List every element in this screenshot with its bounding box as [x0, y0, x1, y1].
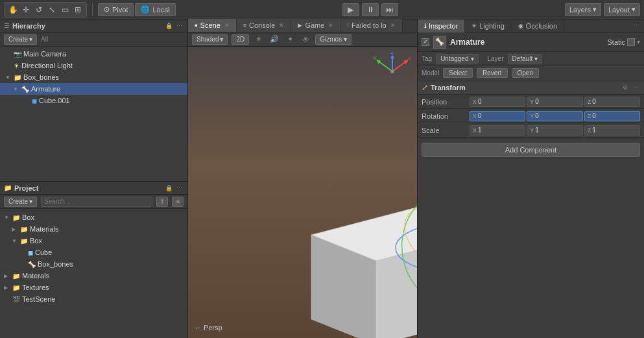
model-revert-button[interactable]: Revert	[477, 68, 507, 78]
occlusion-tab-label: Occlusion	[526, 22, 557, 30]
step-button[interactable]: ⏭	[381, 3, 398, 16]
position-x-field[interactable]: X 0	[470, 97, 525, 107]
transform-scale-row: Scale X 1 Y 1 Z 1	[418, 123, 644, 138]
scene-light-icon[interactable]: ☀	[253, 34, 265, 45]
rotation-x-field[interactable]: X 0	[470, 111, 525, 121]
project-item-cube[interactable]: ◼ Cube	[0, 247, 187, 258]
layer-chevron-icon: ▾	[534, 55, 538, 62]
inspector-transform-section: ⤢ Transform ⚙ ⋯ Position X 0	[418, 80, 644, 138]
hierarchy-panel: Create ▾ All 📷 Main Camera ☀ Directional…	[0, 32, 187, 182]
position-y-field[interactable]: Y 0	[527, 97, 582, 107]
scene-tab-close[interactable]: ✕	[224, 22, 230, 29]
local-button[interactable]: 🌐 Local	[135, 3, 175, 16]
pivot-button[interactable]: ⊙ Pivot	[98, 3, 134, 16]
2d-label: 2D	[236, 36, 244, 43]
model-select-button[interactable]: Select	[443, 68, 473, 78]
persp-label[interactable]: ← Persp	[195, 324, 222, 332]
model-open-button[interactable]: Open	[512, 68, 539, 78]
tab-console[interactable]: ≡ Console ✕	[237, 19, 292, 32]
svg-text:Z: Z	[391, 52, 394, 55]
scale-x-field[interactable]: X 1	[470, 125, 525, 136]
move-icon[interactable]: ✛	[20, 4, 32, 16]
scale-x-value: 1	[478, 127, 522, 134]
project-item-box-bones[interactable]: 🦴 Box_bones	[0, 258, 187, 270]
tag-dropdown[interactable]: Untagged ▾	[436, 54, 478, 64]
scale-z-field[interactable]: Z 1	[584, 125, 640, 136]
box-bones-file-icon: 🦴	[28, 261, 36, 268]
tab-occlusion[interactable]: ◉ Occlusion	[512, 19, 564, 32]
failed-tab-close[interactable]: ✕	[390, 22, 396, 29]
hierarchy-item-box-bones[interactable]: ▼ 📁 Box_bones	[0, 71, 187, 83]
scene-hidden-icon[interactable]: 👁	[300, 34, 311, 45]
scene-fx-icon[interactable]: ✦	[284, 34, 296, 45]
position-label: Position	[422, 98, 467, 106]
layers-button[interactable]: Layers ▾	[565, 3, 601, 16]
scale-xyz-group: X 1 Y 1 Z 1	[470, 125, 640, 136]
2d-button[interactable]: 2D	[232, 34, 249, 45]
project-lock-icon[interactable]: 🔒	[164, 184, 173, 193]
gizmos-button[interactable]: Gizmos ▾	[315, 34, 352, 45]
inspector-active-checkbox[interactable]: ✓	[422, 38, 429, 46]
console-tab-close[interactable]: ✕	[279, 22, 284, 29]
svg-text:X: X	[408, 56, 412, 62]
scale-icon[interactable]: ⤡	[46, 4, 58, 16]
hierarchy-lock-icon[interactable]: 🔒	[164, 21, 173, 30]
project-item-box-inner[interactable]: ▼ 📁 Box	[0, 235, 187, 247]
hierarchy-item-cube001[interactable]: ◼ Cube.001	[0, 95, 187, 106]
rotate-icon[interactable]: ↺	[33, 4, 45, 16]
game-tab-close[interactable]: ✕	[328, 22, 333, 29]
position-z-field[interactable]: Z 0	[584, 97, 640, 107]
project-item-textures[interactable]: ▶ 📁 Textures	[0, 282, 187, 293]
project-action-icons: 🔒 ⋯	[164, 184, 184, 193]
tab-lighting[interactable]: ☀ Lighting	[465, 19, 512, 32]
hierarchy-create-label: Create	[8, 36, 28, 43]
project-icon-btn-1[interactable]: ⬆	[156, 197, 168, 207]
left-panel: ☰ Hierarchy 🔒 ⋯ Create ▾ All 📷	[0, 19, 188, 338]
rect-icon[interactable]: ▭	[59, 4, 71, 16]
project-search-input[interactable]	[41, 197, 152, 207]
transform-dots-icon[interactable]: ⋯	[631, 83, 640, 92]
inspector-content: ✓ 🦴 Armature Static ▾ Tag Untagged ▾ Lay…	[418, 32, 644, 338]
tab-failed[interactable]: ! Failed to lo ✕	[340, 19, 402, 32]
hierarchy-item-main-camera[interactable]: 📷 Main Camera	[0, 48, 187, 60]
hand-icon[interactable]: ✋	[7, 4, 19, 16]
scene-audio-icon[interactable]: 🔊	[268, 34, 280, 45]
scale-y-field[interactable]: Y 1	[527, 125, 582, 136]
project-item-materials[interactable]: ▶ 📁 Materials	[0, 223, 187, 235]
toolbar-hand-group[interactable]: ✋ ✛ ↺ ⤡ ▭ ⊞	[4, 2, 87, 18]
project-icon-btn-2[interactable]: ★	[172, 197, 184, 207]
pause-button[interactable]: ⏸	[362, 3, 379, 16]
project-menu-icon[interactable]: ⋯	[174, 184, 184, 193]
scene-view[interactable]: Z X Y ← Persp	[188, 47, 417, 338]
hierarchy-menu-icon[interactable]: ⋯	[174, 21, 184, 30]
project-item-materals[interactable]: ▶ 📁 Materals	[0, 270, 187, 282]
project-create-button[interactable]: Create ▾	[4, 197, 37, 207]
add-component-button[interactable]: Add Component	[422, 143, 640, 157]
project-item-box[interactable]: ▼ 📁 Box	[0, 211, 187, 223]
tab-scene[interactable]: ♦ Scene ✕	[188, 19, 237, 32]
static-checkbox[interactable]	[627, 38, 635, 46]
hierarchy-item-armature[interactable]: ▼ 🦴 Armature	[0, 83, 187, 95]
layer-dropdown[interactable]: Default ▾	[508, 54, 543, 64]
pos-y-value: 0	[535, 98, 579, 105]
project-icon: 📁	[4, 184, 12, 191]
transform-icon[interactable]: ⊞	[72, 4, 84, 16]
local-label: Local	[152, 6, 169, 14]
tab-game[interactable]: ▶ Game ✕	[291, 19, 340, 32]
inspector-object-name[interactable]: Armature	[450, 38, 603, 47]
rotation-z-field[interactable]: Z 0	[584, 111, 640, 121]
inspector-tabs-more[interactable]: ⋯	[629, 21, 644, 30]
rotation-y-field[interactable]: Y 0	[527, 111, 582, 121]
project-item-testscene[interactable]: 🎬 TestScene	[0, 293, 187, 305]
play-button[interactable]: ▶	[342, 3, 359, 16]
hierarchy-item-directional-light[interactable]: ☀ Directional Light	[0, 60, 187, 71]
scale-x-label: X	[473, 127, 477, 134]
search-all-label: All	[41, 36, 48, 43]
layout-button[interactable]: Layout ▾	[604, 3, 640, 16]
static-dropdown-icon[interactable]: ▾	[637, 38, 640, 45]
tab-inspector[interactable]: ℹ Inspector	[418, 19, 465, 32]
transform-settings-icon[interactable]: ⚙	[621, 83, 630, 92]
pos-z-label: Z	[588, 99, 591, 105]
hierarchy-create-button[interactable]: Create ▾	[4, 34, 37, 45]
shaded-button[interactable]: Shaded ▾	[192, 34, 228, 45]
